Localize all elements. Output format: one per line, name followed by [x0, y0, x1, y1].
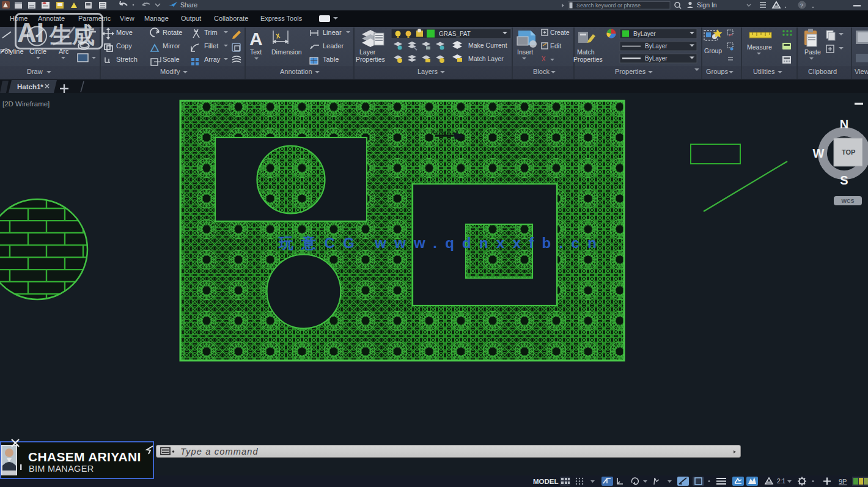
- svg-text:Rotate: Rotate: [163, 29, 182, 36]
- svg-text:Table: Table: [323, 56, 339, 63]
- svg-text:Type a command: Type a command: [180, 447, 259, 456]
- svg-text:Utilities: Utilities: [753, 68, 775, 75]
- svg-text:Create: Create: [550, 29, 570, 36]
- svg-text:Match Layer: Match Layer: [468, 55, 504, 62]
- svg-text:GRAS_PAT: GRAS_PAT: [439, 31, 471, 37]
- svg-text:Fillet: Fillet: [204, 42, 218, 49]
- svg-text:Sign In: Sign In: [697, 1, 717, 9]
- svg-text:Properties: Properties: [573, 56, 603, 63]
- svg-text:CHASEM ARIYANI: CHASEM ARIYANI: [28, 450, 141, 464]
- svg-text:Properties: Properties: [356, 56, 385, 63]
- svg-text:Move: Move: [116, 29, 133, 36]
- svg-text:Properties: Properties: [615, 68, 646, 75]
- svg-text:MODEL: MODEL: [533, 478, 559, 485]
- svg-text:Copy: Copy: [116, 42, 132, 49]
- svg-text:W: W: [813, 147, 825, 160]
- svg-text:S: S: [840, 174, 848, 187]
- svg-text:Trim: Trim: [204, 29, 218, 36]
- svg-text:BIM MANAGER: BIM MANAGER: [29, 464, 94, 474]
- svg-text:Share: Share: [180, 1, 197, 9]
- svg-text:Array: Array: [204, 56, 221, 63]
- svg-text:Hatch1*: Hatch1*: [17, 83, 43, 90]
- svg-text:ByLayer: ByLayer: [645, 55, 668, 62]
- svg-text:Dimension: Dimension: [271, 48, 302, 56]
- svg-text:Linear: Linear: [323, 29, 342, 36]
- svg-text:Paste: Paste: [804, 48, 821, 56]
- svg-text:Search keyword or phrase: Search keyword or phrase: [576, 2, 641, 9]
- svg-text:2:1: 2:1: [777, 478, 785, 485]
- svg-text:Layer: Layer: [359, 48, 376, 56]
- svg-text:Groups: Groups: [706, 68, 729, 75]
- svg-text:Measure: Measure: [747, 43, 772, 51]
- svg-text:Scale: Scale: [163, 56, 180, 63]
- svg-text:View: View: [855, 68, 868, 75]
- svg-text:Make Current: Make Current: [468, 42, 507, 49]
- svg-text:TOP: TOP: [842, 148, 855, 156]
- svg-text:[2D Wireframe]: [2D Wireframe]: [2, 100, 50, 108]
- svg-text:9P: 9P: [839, 478, 847, 485]
- svg-text:Annotation: Annotation: [280, 68, 312, 75]
- svg-text:Text: Text: [250, 48, 262, 56]
- svg-text:Layers: Layers: [417, 68, 438, 75]
- svg-text:ByLayer: ByLayer: [645, 43, 668, 49]
- svg-text:WCS: WCS: [842, 198, 855, 204]
- svg-text:N: N: [840, 117, 848, 131]
- svg-text:?: ?: [800, 2, 803, 9]
- svg-text:Edit: Edit: [550, 42, 561, 49]
- svg-text:Clipboard: Clipboard: [808, 68, 837, 75]
- svg-text:玩意CG www.qdnxxfb.cn: 玩意CG www.qdnxxfb.cn: [278, 235, 605, 251]
- svg-text:Insert: Insert: [517, 48, 533, 56]
- svg-text:Stretch: Stretch: [116, 56, 138, 63]
- svg-text:Block: Block: [533, 68, 550, 75]
- svg-text:Match: Match: [577, 48, 595, 56]
- svg-text:A: A: [249, 29, 263, 49]
- svg-text:Mirror: Mirror: [163, 42, 180, 49]
- svg-text:Modify: Modify: [160, 68, 180, 75]
- svg-text:Leader: Leader: [323, 42, 344, 49]
- svg-text:ByLayer: ByLayer: [633, 31, 656, 37]
- svg-text:Group: Group: [704, 47, 722, 54]
- svg-text:Draw: Draw: [27, 68, 43, 75]
